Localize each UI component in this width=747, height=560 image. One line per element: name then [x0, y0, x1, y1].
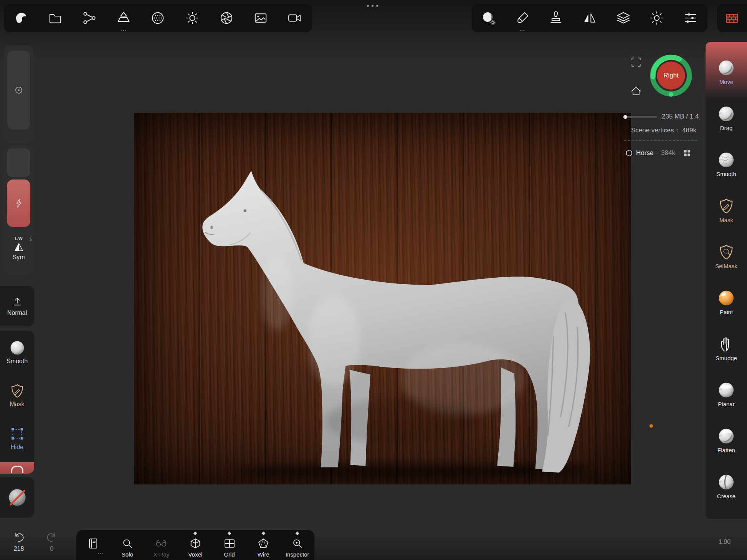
paint-brush-button[interactable]: … [511, 6, 534, 30]
background-image-button[interactable] [249, 6, 273, 30]
notebook-button[interactable]: … [77, 530, 109, 560]
bottom-solo[interactable]: Solo [111, 530, 144, 560]
grid-table-icon [223, 537, 236, 550]
render-mode-button[interactable] [717, 4, 747, 32]
stamp-button[interactable] [544, 6, 568, 30]
tool-selmask[interactable]: SelMask [706, 226, 747, 272]
sphere-rough-icon [717, 151, 735, 169]
circle-dot-icon[interactable] [13, 84, 25, 96]
smooth-label: Smooth [7, 358, 28, 365]
tool-sidebar: Move Drag Smooth Mask SelMask Paint Smud… [706, 42, 747, 519]
bottom-inspector[interactable]: Inspector [281, 530, 314, 560]
normal-mode-button[interactable]: Normal [0, 286, 34, 326]
tool-pinch[interactable]: Pinch [706, 502, 747, 519]
tool-label: Paint [720, 309, 733, 315]
mirror-symmetry-icon [582, 10, 597, 26]
tool-crease[interactable]: Crease [706, 456, 747, 502]
display-toggle-label: X-Ray [154, 551, 170, 558]
layers-button[interactable] [611, 6, 635, 30]
interface-sliders-icon [683, 10, 698, 26]
strength-slider[interactable] [7, 148, 30, 177]
lightning-icon [13, 198, 25, 209]
tool-planar[interactable]: Planar [706, 364, 747, 410]
stroke-panel [4, 45, 33, 143]
more-dots: … [98, 548, 104, 555]
lw-label[interactable]: L/W [15, 236, 22, 241]
redo-button[interactable]: 0 [40, 531, 64, 552]
settings-gear-icon [649, 10, 664, 26]
tool-label: SelMask [715, 263, 737, 269]
sym-label[interactable]: Sym [13, 254, 25, 261]
sphere-slash-icon [7, 488, 27, 507]
light-sun-icon [185, 10, 200, 26]
folder-button[interactable] [43, 6, 67, 30]
hide-label: Hide [11, 444, 23, 451]
tool-drag[interactable]: Drag [706, 88, 747, 134]
background-image-icon [253, 10, 268, 26]
toolbar-material: … [472, 4, 707, 32]
node-graph-button[interactable] [78, 6, 101, 30]
interface-sliders-button[interactable] [679, 6, 702, 30]
shield-pen-icon [9, 383, 25, 399]
bottom-x-ray[interactable]: X-Ray [145, 530, 177, 560]
tool-label: Drag [720, 125, 733, 131]
partial-next-item[interactable] [0, 462, 34, 474]
horse-model[interactable] [134, 113, 631, 484]
folder-icon [48, 10, 63, 26]
camera-aperture-button[interactable] [215, 6, 238, 30]
wire-polygon-icon [257, 537, 270, 550]
sphere-crease-icon [717, 473, 735, 491]
settings-gear-button[interactable] [645, 6, 669, 30]
tool-label: Smudge [716, 355, 737, 361]
voxel-sphere-button[interactable] [146, 6, 170, 30]
bottom-grid[interactable]: Grid [213, 530, 246, 560]
smooth-shortcut[interactable]: Smooth [0, 331, 34, 374]
home-icon [630, 85, 642, 97]
orientation-gizmo[interactable]: Right [649, 54, 692, 97]
submenu-diamond-icon [296, 532, 299, 535]
home-view-button[interactable] [630, 85, 642, 97]
camera-video-button[interactable] [283, 6, 307, 30]
gizmo-axis-label: Right [649, 54, 692, 97]
light-sun-button[interactable] [180, 6, 204, 30]
matcap-material-button[interactable] [477, 6, 501, 30]
nomad-sculpt-window: … ••• … [0, 0, 747, 560]
bottom-voxel[interactable]: Voxel [179, 530, 212, 560]
viewport-canvas[interactable] [134, 113, 631, 484]
sphere-planar-icon [717, 381, 735, 399]
sym-triangle-icon[interactable] [13, 241, 25, 253]
nomad-logo-button[interactable] [9, 6, 33, 30]
subdiv-pyramid-icon [116, 10, 131, 26]
stamp-icon [548, 10, 564, 26]
undo-arrow-icon [12, 531, 25, 544]
submenu-diamond-icon [228, 532, 231, 535]
notebook-icon [87, 537, 100, 550]
tool-flatten[interactable]: Flatten [706, 410, 747, 456]
object-row[interactable]: Horse · 384k · [625, 149, 691, 157]
voxel-cube-icon [189, 537, 202, 550]
object-vertex-count: 384k [661, 149, 675, 157]
memory-usage: 235 MB / 1.4 [662, 113, 699, 120]
display-toggle-label: Wire [258, 551, 269, 558]
mask-shortcut[interactable]: Mask [0, 374, 34, 417]
subdiv-pyramid-button[interactable]: … [112, 6, 136, 30]
hide-shortcut[interactable]: Hide [0, 417, 34, 460]
tool-paint[interactable]: Paint [706, 272, 747, 318]
mirror-symmetry-button[interactable] [578, 6, 602, 30]
undo-button[interactable]: 218 [7, 531, 31, 552]
tool-mask[interactable]: Mask [706, 180, 747, 226]
material-toggle-button[interactable] [0, 477, 34, 518]
overflow-menu-dots[interactable]: ••• [367, 2, 380, 10]
tool-smudge[interactable]: Smudge [706, 318, 747, 364]
radius-slider[interactable] [7, 51, 30, 130]
notification-dot [649, 424, 653, 428]
mask-label: Mask [10, 401, 24, 408]
fullscreen-button[interactable] [630, 56, 642, 68]
more-dots: … [121, 25, 127, 32]
bottom-wire[interactable]: Wire [247, 530, 279, 560]
intensity-slider[interactable] [7, 180, 30, 227]
chevron-right-icon[interactable]: › [30, 235, 32, 244]
tool-smooth[interactable]: Smooth [706, 134, 747, 180]
tool-move[interactable]: Move [706, 42, 747, 88]
sphere-drag-icon [717, 105, 735, 123]
